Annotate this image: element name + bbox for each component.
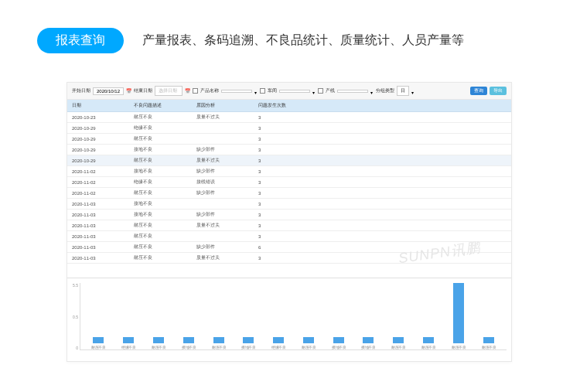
table-row[interactable]: 2020-11-03耐压不良质量不过关3 [67,253,511,264]
bar[interactable] [363,337,374,343]
bar[interactable] [483,337,494,343]
table-cell: 3 [254,231,511,242]
bar-group: 耐压不良 [144,283,174,349]
bar-group: 接地不良 [353,283,384,349]
export-button[interactable]: 导出 [490,87,507,95]
table-cell: 缺少部件 [192,210,254,220]
bar[interactable] [153,337,164,343]
table-row[interactable]: 2020-10-29接地不良缺少部件3 [67,145,511,155]
table-row[interactable]: 2020-11-03接地不良3 [67,199,511,210]
filter-bar: 开始日期 2020/10/12 📅 结束日期 选择日期 📅 产品名称 ▾ 车间 … [67,83,511,100]
table-row[interactable]: 2020-11-03耐压不良3 [67,231,511,242]
bar-group: 接地不良 [173,283,203,349]
table-row[interactable]: 2020-10-29耐压不良质量不过关3 [67,155,511,166]
table-cell: 耐压不良 [129,112,191,123]
query-button[interactable]: 查询 [470,87,487,95]
table-cell: 绝缘不良 [129,177,191,188]
bar[interactable] [123,337,134,343]
bar-group: 耐压不良 [384,283,414,349]
bar-group: 接地不良 [234,283,264,349]
product-select[interactable] [221,90,252,93]
group-label: 分组类型 [376,87,394,94]
table-cell: 2020-11-03 [67,242,129,253]
line-checkbox[interactable] [318,88,323,94]
bar[interactable] [273,337,284,343]
bar[interactable] [333,337,344,343]
table-cell: 3 [254,188,511,199]
table-row[interactable]: 2020-10-23耐压不良质量不过关3 [67,112,511,123]
table-cell [192,231,254,242]
workshop-label: 车间 [268,87,277,94]
line-select[interactable] [337,90,368,93]
bar[interactable] [303,337,314,343]
table-row[interactable]: 2020-11-02绝缘不良接线错误3 [67,177,511,188]
table-row[interactable]: 2020-11-03接地不良缺少部件3 [67,210,511,220]
table-cell: 3 [254,166,511,177]
table-cell: 3 [254,199,511,210]
chevron-down-icon: ▾ [411,90,415,93]
bar-group: 耐压不良 [84,283,114,349]
bar[interactable] [93,337,104,343]
y-tick: 0 [69,346,78,350]
table-cell [192,123,254,134]
chevron-down-icon: ▾ [312,90,316,93]
table-cell: 接地不良 [129,210,191,220]
table-row[interactable]: 2020-11-02接地不良缺少部件3 [67,166,511,177]
bar[interactable] [393,337,404,343]
bar-group: 耐压不良 [203,283,234,349]
table-cell: 耐压不良 [129,231,191,242]
bar-group: 耐压不良 [443,283,473,349]
workshop-select[interactable] [279,90,310,93]
start-date-label: 开始日期 [72,87,90,94]
table-cell: 耐压不良 [129,134,191,145]
group-select[interactable]: 日 [397,86,409,96]
table-cell: 缺少部件 [192,166,254,177]
end-date-input[interactable]: 选择日期 [155,86,183,96]
table-cell: 缺少部件 [192,188,254,199]
bar-label: 耐压不良 [452,345,466,349]
table-row[interactable]: 2020-10-29绝缘不良3 [67,123,511,134]
table-row[interactable]: 2020-10-29耐压不良3 [67,134,511,145]
bar-label: 耐压不良 [482,345,496,349]
bar-label: 接地不良 [332,345,346,349]
calendar-icon[interactable]: 📅 [185,88,190,94]
bar-label: 绝缘不良 [121,345,135,349]
table-cell: 接地不良 [129,145,191,155]
bar-label: 接地不良 [182,345,196,349]
chart-plot: 耐压不良绝缘不良耐压不良接地不良耐压不良接地不良绝缘不良耐压不良接地不良接地不良… [80,283,507,350]
table-row[interactable]: 2020-11-03耐压不良质量不过关3 [67,220,511,231]
calendar-icon[interactable]: 📅 [126,88,131,94]
table-row[interactable]: 2020-11-03耐压不良缺少部件6 [67,242,511,253]
bar-label: 耐压不良 [152,345,165,349]
product-checkbox[interactable] [193,88,198,94]
column-header[interactable]: 日期 [67,100,129,112]
table-cell: 2020-11-03 [67,253,129,264]
table-cell: 2020-10-29 [67,145,129,155]
bar-group: 接地不良 [323,283,353,349]
bar[interactable] [213,337,224,343]
table-cell: 2020-11-02 [67,177,129,188]
table-row[interactable]: 2020-11-02耐压不良缺少部件3 [67,188,511,199]
start-date-input[interactable]: 2020/10/12 [93,87,124,95]
bar[interactable] [453,283,464,343]
table-cell: 2020-11-03 [67,231,129,242]
report-panel: 开始日期 2020/10/12 📅 结束日期 选择日期 📅 产品名称 ▾ 车间 … [67,82,512,362]
column-header[interactable]: 不良问题描述 [129,100,191,112]
y-tick: 5.5 [69,283,78,288]
bar-label: 耐压不良 [421,345,435,349]
end-date-label: 结束日期 [134,87,152,94]
chevron-down-icon: ▾ [370,90,374,93]
bar-group: 耐压不良 [293,283,323,349]
bar-group: 绝缘不良 [114,283,144,349]
bar[interactable] [183,337,194,343]
column-header[interactable]: 原因分析 [192,100,254,112]
workshop-checkbox[interactable] [260,88,265,94]
bar-group: 绝缘不良 [264,283,294,349]
column-header[interactable]: 问题发生次数 [254,100,511,112]
table-cell: 质量不过关 [192,253,254,264]
bar[interactable] [423,337,434,343]
table-cell: 2020-10-29 [67,134,129,145]
table-cell: 耐压不良 [129,220,191,231]
bar[interactable] [243,337,254,343]
table-cell: 6 [254,242,511,253]
